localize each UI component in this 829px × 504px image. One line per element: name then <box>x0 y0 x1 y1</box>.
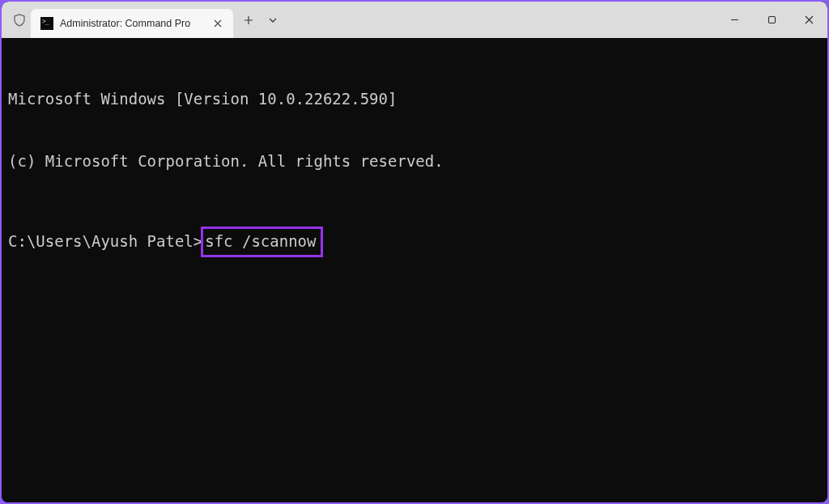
tab-command-prompt[interactable]: Administrator: Command Pro <box>31 9 233 38</box>
window-controls <box>716 2 827 38</box>
prompt-line: C:\Users\Ayush Patel>sfc /scannow <box>8 227 821 257</box>
copyright-line: (c) Microsoft Corporation. All rights re… <box>8 151 821 172</box>
close-tab-button[interactable] <box>210 16 225 31</box>
command-highlight: sfc /scannow <box>201 227 322 257</box>
new-tab-button[interactable] <box>236 7 261 33</box>
tab-title: Administrator: Command Pro <box>60 18 206 29</box>
prompt-path: C:\Users\Ayush Patel> <box>8 231 202 252</box>
terminal-window: Administrator: Command Pro Microsoft Win… <box>2 2 827 502</box>
terminal-output[interactable]: Microsoft Windows [Version 10.0.22622.59… <box>2 38 827 502</box>
svg-rect-0 <box>768 17 775 23</box>
terminal-icon <box>40 17 53 30</box>
minimize-button[interactable] <box>716 2 753 38</box>
version-line: Microsoft Windows [Version 10.0.22622.59… <box>8 89 821 110</box>
titlebar: Administrator: Command Pro <box>2 2 827 38</box>
maximize-button[interactable] <box>753 2 790 38</box>
close-window-button[interactable] <box>790 2 827 38</box>
shield-icon <box>13 14 26 27</box>
command-text: sfc /scannow <box>205 232 316 250</box>
tab-dropdown-button[interactable] <box>261 7 284 33</box>
